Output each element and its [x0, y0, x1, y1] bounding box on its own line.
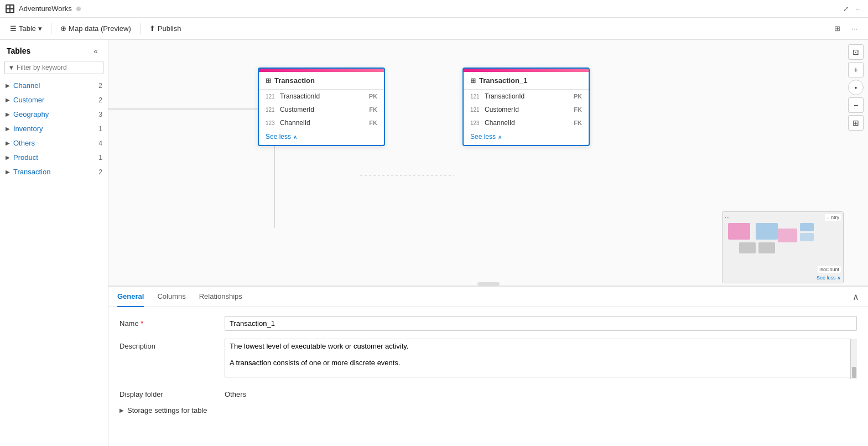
zoom-in-button[interactable]: +: [848, 62, 864, 77]
col-type-icon: 123: [266, 120, 277, 126]
main-layout: Tables « ▼ ▶ Channel 2 ▶ Customer 2 ▶ Ge…: [0, 40, 868, 446]
see-less-arrow-icon-1: ∧: [498, 134, 502, 140]
see-less-button-1[interactable]: See less ∧: [464, 129, 589, 145]
sidebar-title: Tables: [7, 46, 30, 55]
transaction-title-text: Transaction: [274, 76, 315, 85]
col-key: FK: [574, 106, 582, 113]
toolbar-separator-2: [140, 23, 141, 34]
sidebar-label-transaction: Transaction: [13, 168, 95, 176]
description-row: Description The lowest level of executab…: [119, 339, 857, 379]
sidebar-count-others: 4: [98, 139, 102, 147]
storage-settings-row[interactable]: ▶ Storage settings for table: [119, 406, 857, 414]
name-input[interactable]: [225, 316, 857, 331]
filter-icon: ▼: [8, 64, 14, 71]
sidebar-label-product: Product: [13, 153, 95, 162]
svg-rect-3: [11, 9, 13, 12]
sidebar-collapse-button[interactable]: «: [90, 45, 101, 56]
storage-expand-icon: ▶: [119, 407, 124, 413]
transaction1-card[interactable]: ⊞ Transaction_1 121 TransactionId PK 121…: [462, 68, 590, 146]
sidebar-count-transaction: 2: [98, 168, 102, 176]
sidebar-item-others[interactable]: ▶ Others 4: [0, 136, 108, 151]
zoom-fit-button[interactable]: ⊞: [848, 115, 864, 131]
col-key: FK: [369, 106, 377, 113]
expand-icon-customer: ▶: [6, 97, 10, 103]
display-folder-label: Display folder: [119, 387, 225, 398]
view-icon[interactable]: ⊞: [829, 21, 845, 37]
table-button[interactable]: ☰ Table ▾: [6, 22, 46, 35]
toolbar-separator: [51, 23, 51, 34]
mini-map-label2: IsoCount: [818, 266, 841, 273]
sidebar-count-product: 1: [98, 154, 102, 162]
expand-icon-others: ▶: [6, 140, 10, 146]
col-name: ChannelId: [485, 119, 570, 127]
panel-resize-handle[interactable]: [477, 282, 500, 286]
sidebar-label-others: Others: [13, 139, 95, 147]
more-options-icon[interactable]: ···: [854, 4, 862, 13]
col-type-icon: 121: [470, 107, 481, 113]
sidebar: Tables « ▼ ▶ Channel 2 ▶ Customer 2 ▶ Ge…: [0, 40, 108, 446]
maximize-icon[interactable]: ⤢: [841, 4, 850, 13]
more-options-toolbar-icon[interactable]: ···: [847, 21, 862, 37]
zoom-out-button[interactable]: −: [848, 97, 864, 113]
see-less-button[interactable]: See less ∧: [259, 129, 384, 145]
app-title: AdventureWorks: [19, 4, 72, 13]
sidebar-item-product[interactable]: ▶ Product 1: [0, 151, 108, 165]
scrollbar-thumb[interactable]: [852, 367, 856, 378]
tab-columns[interactable]: Columns: [157, 287, 185, 307]
tab-relationships[interactable]: Relationships: [199, 287, 242, 307]
mini-map-more-icon[interactable]: ···: [725, 214, 730, 221]
app-icon: [6, 4, 14, 13]
sidebar-label-customer: Customer: [13, 96, 95, 104]
name-row: Name *: [119, 316, 857, 331]
svg-rect-8: [728, 223, 750, 240]
svg-rect-13: [800, 223, 814, 231]
sidebar-count-channel: 2: [98, 82, 102, 90]
sidebar-list: ▶ Channel 2 ▶ Customer 2 ▶ Geography 3 ▶…: [0, 79, 108, 446]
svg-rect-2: [7, 9, 9, 12]
svg-rect-10: [739, 242, 756, 253]
sidebar-item-transaction[interactable]: ▶ Transaction 2: [0, 165, 108, 179]
transaction-card-title: ⊞ Transaction: [259, 72, 384, 90]
table-grid-icon: ⊞: [266, 77, 271, 85]
unsaved-dot: [76, 7, 81, 11]
name-required: *: [141, 319, 143, 328]
expand-icon-channel: ▶: [6, 82, 10, 89]
fit-to-screen-button[interactable]: ⊡: [848, 44, 864, 60]
sidebar-count-geography: 3: [98, 111, 102, 118]
zoom-reset-button[interactable]: ●: [848, 80, 864, 95]
sidebar-item-inventory[interactable]: ▶ Inventory 1: [0, 122, 108, 136]
transaction-card[interactable]: ⊞ Transaction 121 TransactionId PK 121 C…: [258, 68, 385, 146]
description-label: Description: [119, 339, 225, 350]
see-less-label: See less: [266, 133, 291, 141]
toolbar: ☰ Table ▾ ⊕ Map data (Preview) ⬆ Publish…: [0, 18, 868, 40]
publish-icon: ⬆: [149, 24, 155, 33]
transaction1-title-text: Transaction_1: [479, 76, 527, 85]
canvas-area[interactable]: ⊞ Transaction 121 TransactionId PK 121 C…: [108, 40, 868, 286]
panel-collapse-button[interactable]: ∧: [853, 292, 859, 302]
sidebar-item-channel[interactable]: ▶ Channel 2: [0, 79, 108, 93]
toolbar-right: ⊞ ···: [829, 21, 862, 37]
title-bar-actions: ⤢ ···: [841, 4, 862, 13]
mini-map-see-less[interactable]: See less ∧: [817, 275, 841, 281]
sidebar-item-customer[interactable]: ▶ Customer 2: [0, 93, 108, 107]
table-row: 121 TransactionId PK: [464, 90, 589, 103]
svg-rect-1: [11, 6, 13, 8]
sidebar-item-geography[interactable]: ▶ Geography 3: [0, 107, 108, 122]
col-key: FK: [369, 120, 377, 126]
map-data-button[interactable]: ⊕ Map data (Preview): [56, 22, 136, 35]
transaction1-card-title: ⊞ Transaction_1: [464, 72, 589, 90]
bottom-form-content: Name * Description The lowest level of e…: [108, 307, 868, 446]
publish-button[interactable]: ⬆ Publish: [145, 22, 186, 35]
sidebar-label-inventory: Inventory: [13, 125, 95, 133]
sidebar-count-inventory: 1: [98, 125, 102, 133]
filter-input[interactable]: [17, 64, 100, 71]
svg-rect-11: [758, 242, 775, 253]
col-name: CustomerId: [485, 106, 570, 113]
bottom-tabs: General Columns Relationships ∧: [108, 287, 868, 307]
table-row: 121 TransactionId PK: [259, 90, 384, 103]
svg-rect-12: [778, 229, 797, 242]
storage-settings-label: Storage settings for table: [127, 406, 207, 414]
description-textarea[interactable]: The lowest level of executable work or c…: [225, 339, 857, 377]
tab-general[interactable]: General: [117, 287, 144, 307]
display-folder-row: Display folder Others: [119, 387, 857, 398]
